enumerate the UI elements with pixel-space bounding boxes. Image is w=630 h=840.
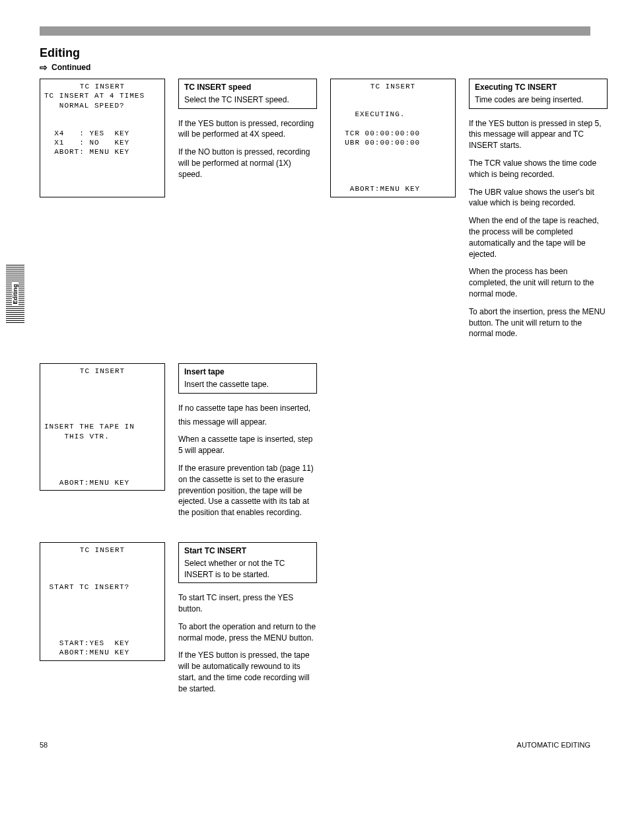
- screen-line: X1 : NO KEY: [44, 138, 160, 147]
- para: If the YES button is pressed in step 5, …: [469, 118, 608, 151]
- screen-start: TC INSERT START TC INSERT? START:YES KEY…: [40, 542, 165, 661]
- box-title: Insert tape: [184, 367, 311, 378]
- para: To abort the operation and return to the…: [178, 621, 317, 644]
- box-insert-tape: Insert tape Insert the cassette tape.: [178, 363, 317, 394]
- screen-line: INSERT THE TAPE IN: [44, 422, 160, 431]
- side-tab: Editing: [5, 264, 25, 324]
- para: If no cassette tape has been inserted,: [178, 403, 317, 414]
- box-title: Start TC INSERT: [184, 545, 311, 557]
- screen-line: ABORT:MENU KEY: [44, 648, 160, 657]
- para: If the erasure prevention tab (page 11) …: [178, 463, 317, 518]
- screen-speed: TC INSERTTC INSERT AT 4 TIMES NORMAL SPE…: [40, 79, 165, 197]
- screen-title: TC INSERT: [44, 545, 160, 555]
- desc-start: Start TC INSERT Select whether or not th…: [178, 542, 317, 701]
- screen-line: START:YES KEY: [44, 639, 160, 648]
- screen-title: TC INSERT: [44, 367, 160, 376]
- screen-line: NORMAL SPEED?: [44, 101, 160, 110]
- screen-insert-tape: TC INSERTINSERT THE TAPE IN THIS VTR. AB…: [40, 363, 165, 491]
- para: The UBR value shows the user's bit value…: [469, 187, 608, 209]
- box-body: Insert the cassette tape.: [184, 379, 311, 390]
- para: To start TC insert, press the YES button…: [178, 592, 317, 615]
- box-executing: Executing TC INSERT Time codes are being…: [469, 79, 608, 109]
- screen-line: START TC INSERT?: [44, 582, 160, 592]
- box-body: Time codes are being inserted.: [475, 94, 602, 106]
- continued-label: Continued: [52, 63, 90, 72]
- screen-line: ABORT:MENU KEY: [44, 478, 160, 487]
- screen-line: UBR 00:00:00:00: [335, 138, 451, 147]
- page-heading: Editing: [40, 46, 590, 60]
- para: When a cassette tape is inserted, step 5…: [178, 434, 317, 456]
- arrow-right-icon: ⇨: [40, 63, 48, 72]
- screen-title: TC INSERT: [335, 82, 451, 91]
- row-2: TC INSERTINSERT THE TAPE IN THIS VTR. AB…: [40, 363, 590, 525]
- row-1: TC INSERTTC INSERT AT 4 TIMES NORMAL SPE…: [40, 79, 590, 346]
- desc-insert-tape: Insert tape Insert the cassette tape. If…: [178, 363, 317, 525]
- screen-line: TCR 00:00:00:00: [335, 129, 451, 138]
- para: this message will appear.: [178, 417, 317, 428]
- screen-line: ABORT: MENU KEY: [44, 147, 160, 157]
- para: If the NO button is pressed, recording w…: [178, 147, 317, 180]
- para: The TCR value shows the time code which …: [469, 158, 608, 180]
- screen-line: EXECUTING.: [335, 110, 451, 119]
- screen-executing: TC INSERT EXECUTING. TCR 00:00:00:00 UBR…: [330, 79, 456, 197]
- top-grey-bar: [40, 26, 590, 36]
- box-speed: TC INSERT speed Select the TC INSERT spe…: [178, 79, 317, 109]
- para: If the YES button is pressed, the tape w…: [178, 650, 317, 694]
- para: To abort the insertion, press the MENU b…: [469, 306, 608, 339]
- desc-executing: Executing TC INSERT Time codes are being…: [469, 79, 608, 346]
- footer-label: AUTOMATIC EDITING: [517, 741, 590, 749]
- page-footer: 58 AUTOMATIC EDITING: [40, 741, 590, 749]
- page-number: 58: [40, 741, 48, 749]
- box-start: Start TC INSERT Select whether or not th…: [178, 542, 317, 583]
- page-content: Editing ⇨ Continued TC INSERTTC INSERT A…: [0, 0, 630, 775]
- box-body: Select whether or not the TC INSERT is t…: [184, 558, 311, 580]
- continued-row: ⇨ Continued: [40, 63, 590, 72]
- screen-title: TC INSERT: [44, 82, 160, 91]
- box-body: Select the TC INSERT speed.: [184, 94, 311, 106]
- para: When the process has been completed, the…: [469, 266, 608, 299]
- screen-line: TC INSERT AT 4 TIMES: [44, 91, 160, 100]
- screen-line: ABORT:MENU KEY: [335, 184, 451, 193]
- box-title: TC INSERT speed: [184, 82, 311, 93]
- para: When the end of the tape is reached, the…: [469, 215, 608, 260]
- box-title: Executing TC INSERT: [475, 82, 602, 93]
- row-3: TC INSERT START TC INSERT? START:YES KEY…: [40, 542, 590, 701]
- screen-line: THIS VTR.: [44, 432, 160, 441]
- para: If the YES button is pressed, recording …: [178, 118, 317, 141]
- side-tab-label: Editing: [12, 283, 18, 306]
- screen-line: X4 : YES KEY: [44, 129, 160, 138]
- desc-speed: TC INSERT speed Select the TC INSERT spe…: [178, 79, 317, 187]
